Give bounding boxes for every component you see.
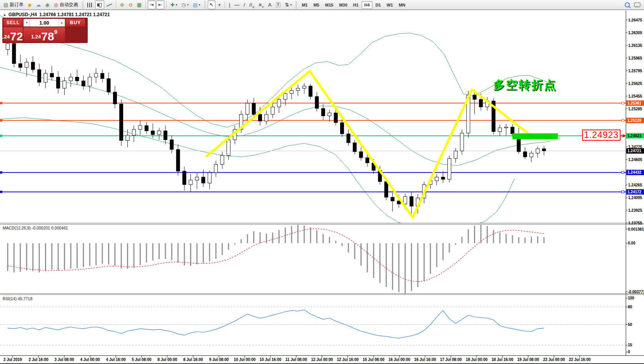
text-button[interactable]: A — [266, 0, 274, 9]
fibonacci-icon: ≡ — [259, 2, 262, 7]
bar-chart-button[interactable] — [85, 0, 95, 9]
price-axis[interactable]: 1.264751.263051.261351.259651.257951.256… — [0, 11, 644, 364]
zoom-out-icon: ⊖ — [128, 2, 133, 7]
timeframe-m15[interactable]: M15 — [322, 1, 336, 9]
rsi-panel — [0, 307, 626, 345]
svg-text:5 Jul 08:00: 5 Jul 08:00 — [132, 357, 152, 362]
templates-icon: ▧ — [193, 2, 197, 7]
crosshair-button[interactable]: + — [216, 0, 223, 9]
cursor-button[interactable]: ↖ — [208, 0, 216, 9]
svg-text:1.24095: 1.24095 — [628, 196, 642, 200]
search-button[interactable] — [623, 0, 632, 9]
svg-text:2 Jul 2019: 2 Jul 2019 — [3, 357, 22, 362]
zigzag-trendlines[interactable] — [206, 71, 529, 218]
svg-text:18 Jul 00:00: 18 Jul 00:00 — [466, 357, 488, 362]
fibonacci-button[interactable]: ≡F — [257, 0, 266, 9]
volume-input[interactable] — [30, 19, 58, 27]
time-axis[interactable]: 2 Jul 20192 Jul 16:003 Jul 08:004 Jul 00… — [3, 356, 591, 362]
volume-stepper: ▾ ▴ — [23, 19, 65, 27]
support-highlight-rect[interactable] — [512, 133, 558, 139]
sell-price[interactable]: 1.24 72 1 — [3, 27, 23, 42]
symbol-title: ▲ GBPUSD-,H4 1.24766 1.24781 1.24721 1.2… — [3, 12, 110, 17]
svg-text:0: 0 — [628, 350, 630, 354]
text-label-icon: T — [276, 2, 281, 7]
indicators-icon: ✚ — [170, 2, 175, 7]
timeframe-m30[interactable]: M30 — [336, 1, 350, 9]
templates-button[interactable]: ▧▾ — [191, 0, 202, 9]
toolbar-grip — [204, 1, 206, 8]
bar-chart-icon — [87, 3, 93, 7]
svg-text:8 Jul 00:00: 8 Jul 00:00 — [157, 357, 177, 362]
chevron-down-icon: ▾ — [199, 3, 200, 7]
svg-text:16 Jul 00:00: 16 Jul 00:00 — [389, 357, 410, 362]
price-callout-box[interactable]: 1.24923 — [582, 130, 621, 141]
svg-text:19 Jul 08:00: 19 Jul 08:00 — [517, 357, 539, 362]
toolbar-separator — [166, 1, 167, 8]
buy-button[interactable]: BUY — [66, 19, 85, 27]
svg-text:1.25625: 1.25625 — [628, 81, 642, 86]
toolbar-separator — [225, 1, 225, 8]
line-chart-button[interactable] — [105, 0, 114, 9]
svg-text:11 Jul 08:00: 11 Jul 08:00 — [285, 357, 307, 362]
callout-anchor-marker — [622, 135, 625, 137]
volume-down-icon[interactable]: ▾ — [23, 19, 30, 27]
one-click-collapse-icon[interactable]: ▲ — [3, 13, 6, 17]
vertical-line-button[interactable]: | — [227, 0, 232, 9]
ohlc-values: 1.24766 1.24781 1.24721 1.24721 — [39, 12, 110, 17]
svg-text:17 Jul 08:00: 17 Jul 08:00 — [440, 357, 462, 362]
arrows-button[interactable]: ⇅▾ — [283, 0, 294, 9]
icon-subscript: F — [262, 5, 264, 9]
candle-chart-button[interactable] — [95, 0, 104, 9]
tile-windows-button[interactable]: ▦ — [135, 0, 143, 9]
arrows-icon: ⇅ — [285, 2, 289, 7]
buy-price[interactable]: 1.24 78 9 — [23, 27, 65, 42]
toolbar-separator — [145, 1, 146, 8]
horizontal-line-button[interactable]: — — [232, 0, 241, 9]
sell-button[interactable]: SELL — [3, 19, 23, 27]
horizontal-lines[interactable] — [0, 102, 626, 193]
svg-text:1.23755: 1.23755 — [628, 221, 642, 225]
timeframe-w1[interactable]: W1 — [384, 1, 396, 9]
new-order-button-label: 新订单 — [10, 2, 23, 8]
autotrading-button[interactable]: ◎自动交易 — [52, 0, 80, 9]
svg-text:4 Jul 00:00: 4 Jul 00:00 — [80, 357, 100, 362]
text-icon: A — [268, 2, 272, 7]
search-icon — [625, 2, 630, 7]
chart-shift-button[interactable]: ⇤ — [156, 0, 164, 9]
buy-price-main: 78 — [41, 32, 54, 41]
periods-icon: ◷ — [182, 2, 186, 7]
chart-canvas[interactable]: MACD(12,26,9) -0.000201 0.000461RSI(14) … — [0, 0, 644, 364]
equidistant-channel-button[interactable]: //E — [247, 0, 257, 9]
zoom-out-button[interactable]: ⊖ — [127, 0, 135, 9]
timeframe-m1[interactable]: M1 — [299, 1, 310, 9]
svg-text:1.25795: 1.25795 — [628, 69, 642, 73]
toolbar-grip — [82, 1, 83, 8]
timeframe-m5[interactable]: M5 — [311, 1, 322, 9]
timeframe-h1[interactable]: H1 — [350, 1, 361, 9]
timeframe-mn[interactable]: MN — [396, 1, 408, 9]
timeframe-h4[interactable]: H4 — [362, 1, 372, 9]
auto-scroll-button[interactable]: ⇥ — [148, 0, 156, 9]
indicators-button[interactable]: ✚▾ — [169, 0, 179, 9]
market-button[interactable]: ☁ — [34, 0, 43, 9]
svg-text:16 Jul 16:00: 16 Jul 16:00 — [414, 357, 436, 362]
timeframe-d1[interactable]: D1 — [373, 1, 384, 9]
svg-text:1.25361: 1.25361 — [627, 101, 642, 105]
svg-text:1.25455: 1.25455 — [628, 94, 642, 98]
svg-text:1.24265: 1.24265 — [628, 183, 642, 187]
new-order-button[interactable]: ▤新订单 — [2, 0, 25, 9]
metaeditor-button[interactable]: ◆ — [26, 0, 33, 9]
volume-up-icon[interactable]: ▴ — [58, 19, 65, 27]
text-label-button[interactable]: T — [274, 0, 283, 9]
svg-text:1.24172: 1.24172 — [627, 190, 642, 194]
trendline-button[interactable]: / — [242, 0, 247, 9]
svg-text:10 Jul 00:00: 10 Jul 00:00 — [234, 357, 256, 362]
rsi-line — [8, 310, 544, 338]
chat-button[interactable] — [632, 0, 642, 9]
macd-panel — [8, 225, 544, 293]
signals-button[interactable]: ◉ — [43, 0, 51, 9]
trendline-icon: / — [244, 2, 245, 7]
horizontal-line-icon: — — [234, 2, 239, 7]
periods-button[interactable]: ◷▾ — [180, 0, 190, 9]
zoom-in-button[interactable]: ⊕ — [118, 0, 126, 9]
